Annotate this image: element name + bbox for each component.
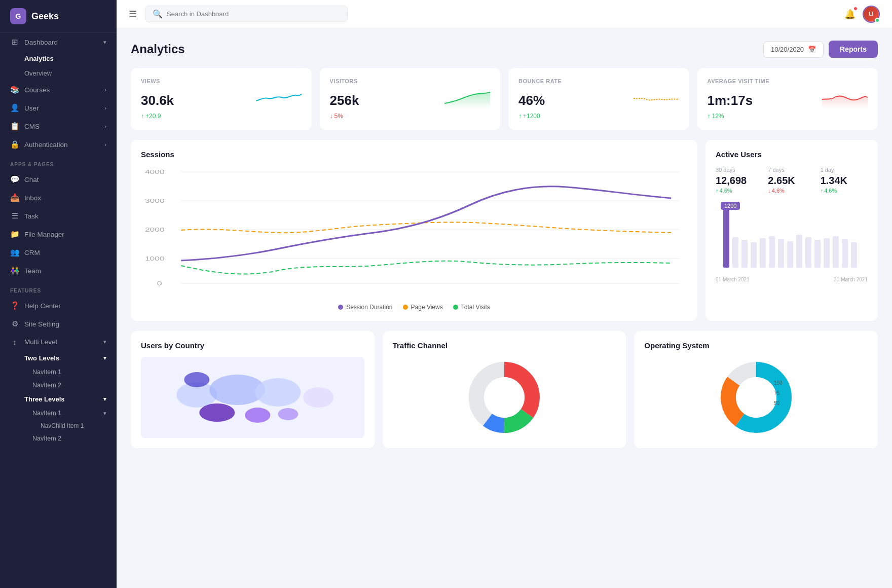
sidebar-item-authentication[interactable]: 🔒 Authentication › (0, 135, 117, 154)
notification-icon[interactable]: 🔔 (844, 9, 856, 20)
sidebar-item-courses[interactable]: 📚 Courses › (0, 81, 117, 99)
inbox-icon: 📥 (10, 193, 19, 202)
card-title: Users by Country (141, 341, 364, 350)
svg-text:0: 0 (157, 280, 162, 286)
folder-icon: 📁 (10, 230, 19, 239)
date-picker[interactable]: 10/20/2020 📅 (763, 41, 824, 58)
stat-card-visit-time: AVERAGE VISIT TIME 1m:17s (697, 68, 878, 130)
sessions-chart-area: 4000 3000 2000 1000 0 1 March 2 March 3 … (141, 167, 687, 299)
chevron-down-icon: ▾ (103, 396, 106, 402)
sidebar-item-three-levels-nav1[interactable]: NavItem 1 ▾ (0, 407, 117, 420)
reports-button[interactable]: Reports (829, 41, 878, 58)
world-map-svg (141, 359, 364, 435)
svg-text:5 March: 5 March (480, 287, 512, 288)
svg-rect-18 (732, 237, 738, 268)
sidebar-item-cms[interactable]: 📋 CMS › (0, 117, 117, 135)
gear-icon: ⚙ (10, 319, 19, 328)
traffic-donut-chart (464, 357, 545, 438)
stat-row: 30.6k (141, 88, 302, 108)
sidebar-item-site-setting[interactable]: ⚙ Site Setting (0, 315, 117, 333)
team-icon: 👫 (10, 266, 19, 275)
svg-rect-21 (760, 238, 766, 268)
users-by-country-card: Users by Country (131, 331, 375, 448)
hamburger-icon[interactable]: ☰ (129, 9, 137, 20)
au-change: ↑4.6% (716, 188, 763, 194)
svg-rect-29 (833, 236, 839, 268)
sidebar-item-label: File Manager (24, 231, 64, 238)
svg-text:1 March: 1 March (181, 287, 213, 288)
stat-value: 1m:17s (708, 93, 753, 108)
legend-dot (338, 305, 343, 310)
legend-label: Page Views (411, 304, 443, 311)
features-section-label: FEATURES (0, 280, 117, 297)
svg-text:1000: 1000 (145, 255, 165, 262)
chevron-right-icon: › (104, 123, 106, 129)
sidebar-item-crm[interactable]: 👥 CRM (0, 243, 117, 262)
svg-text:2 March: 2 March (256, 287, 288, 288)
svg-point-49 (736, 377, 776, 418)
legend-session-duration: Session Duration (338, 304, 392, 311)
search-icon: 🔍 (153, 9, 163, 19)
svg-text:4000: 4000 (145, 169, 165, 175)
svg-point-35 (303, 387, 333, 408)
charts-row: Sessions 4000 3000 2000 1000 (131, 140, 878, 321)
card-title: Traffic Channel (393, 341, 616, 350)
search-box[interactable]: 🔍 (145, 6, 348, 22)
sidebar-item-inbox[interactable]: 📥 Inbox (0, 189, 117, 207)
stat-change: ↓5% (330, 113, 491, 120)
os-donut-chart: 100 75 50 (716, 357, 797, 438)
logo: G Geeks (0, 0, 117, 33)
sidebar-item-team[interactable]: 👫 Team (0, 262, 117, 280)
sidebar-item-label: Courses (24, 86, 50, 94)
chevron-down-icon: ▾ (103, 355, 106, 361)
svg-text:4 March: 4 March (405, 287, 437, 288)
svg-rect-30 (842, 239, 848, 268)
sidebar-item-three-levels-nav2[interactable]: NavItem 2 (0, 432, 117, 445)
stat-label: BOUNCE RATE (518, 78, 679, 84)
sparkline-visit-time (822, 88, 868, 108)
svg-rect-31 (851, 242, 857, 268)
nav-item-label: NavItem 1 (32, 410, 61, 417)
sidebar-item-label: Chat (24, 176, 39, 183)
chat-icon: 💬 (10, 175, 19, 184)
sidebar-item-analytics[interactable]: Analytics (0, 51, 117, 66)
au-stat-1d: 1 day 1.34K ↑4.6% (821, 167, 868, 194)
au-value: 2.65K (768, 175, 815, 187)
svg-rect-17 (723, 207, 729, 268)
sidebar-item-two-levels[interactable]: Two Levels ▾ (0, 351, 117, 365)
au-period: 1 day (821, 167, 868, 173)
svg-point-36 (199, 403, 235, 422)
os-donut-area: 100 75 50 (644, 357, 868, 438)
world-map (141, 357, 364, 438)
sidebar-item-dashboard[interactable]: ⊞ Dashboard ▾ (0, 33, 117, 51)
svg-rect-25 (796, 235, 802, 268)
avatar-wrapper[interactable]: U (863, 6, 880, 23)
sidebar-item-overview[interactable]: Overview (0, 66, 117, 81)
sidebar-item-label: User (24, 104, 39, 112)
sidebar-item-user[interactable]: 👤 User › (0, 99, 117, 117)
au-change: ↓4.6% (768, 188, 815, 194)
sidebar-item-two-levels-nav1[interactable]: NavItem 1 (0, 365, 117, 379)
svg-rect-28 (824, 238, 830, 268)
two-levels-label: Two Levels (24, 354, 59, 362)
sidebar-item-three-levels[interactable]: Three Levels ▾ (0, 392, 117, 407)
card-title: Operating System (644, 341, 868, 350)
header-right: 10/20/2020 📅 Reports (763, 41, 878, 58)
sessions-card: Sessions 4000 3000 2000 1000 (131, 140, 697, 321)
svg-rect-20 (751, 242, 757, 268)
active-users-stats: 30 days 12,698 ↑4.6% 7 days 2.65K ↓4.6% (716, 167, 868, 194)
sidebar-item-multi-level[interactable]: ↕ Multi Level ▾ (0, 333, 117, 351)
sidebar-item-chat[interactable]: 💬 Chat (0, 170, 117, 189)
svg-point-37 (245, 408, 270, 423)
sidebar-item-task[interactable]: ☰ Task (0, 207, 117, 225)
sidebar-item-help-center[interactable]: ❓ Help Center (0, 297, 117, 315)
sidebar-item-two-levels-nav2[interactable]: NavItem 2 (0, 379, 117, 392)
nav-item-label: NavItem 2 (32, 382, 61, 389)
three-levels-label: Three Levels (24, 395, 65, 403)
sidebar-item-label: CRM (24, 249, 40, 256)
stat-row: 1m:17s (708, 88, 868, 108)
sidebar-item-nav-child-1[interactable]: NavChild Item 1 (0, 420, 117, 432)
multilevel-icon: ↕ (10, 338, 19, 346)
sidebar-item-file-manager[interactable]: 📁 File Manager (0, 225, 117, 243)
search-input[interactable] (167, 10, 340, 18)
